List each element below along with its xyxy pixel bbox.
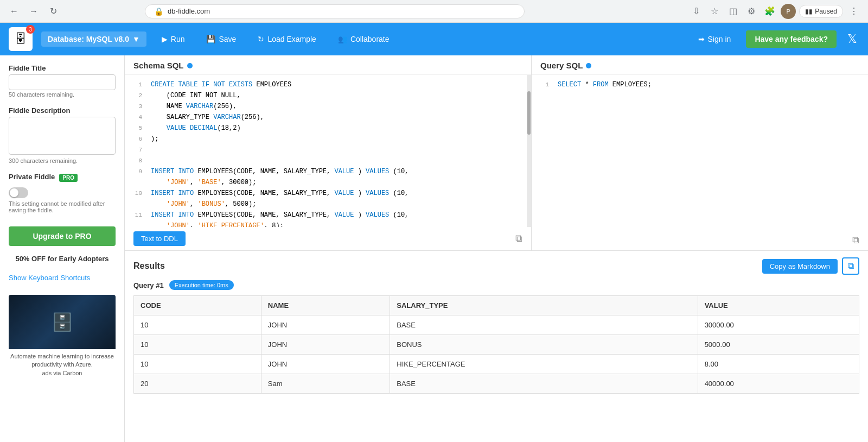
results-table-head: CODE NAME SALARY_TYPE VALUE [134, 296, 859, 315]
lock-icon: 🔒 [154, 7, 163, 16]
copy-markdown-button[interactable]: Copy as Markdown [762, 259, 838, 274]
chevron-down-icon: ▼ [132, 35, 140, 43]
save-button[interactable]: 💾 Save [200, 31, 242, 47]
twitter-button[interactable]: 𝕏 [845, 30, 859, 48]
main-layout: Fiddle Title 50 characters remaining. Fi… [0, 55, 868, 442]
query-panel-title: Query SQL [540, 61, 583, 70]
fiddle-desc-input[interactable] [9, 117, 116, 155]
col-name: NAME [261, 296, 390, 315]
db-selector-button[interactable]: Database: MySQL v8.0 ▼ [41, 31, 146, 47]
private-fiddle-section: Private Fiddle PRO This setting cannot b… [9, 173, 116, 213]
load-example-label: Load Example [267, 35, 316, 43]
sign-in-button[interactable]: ➡ Sign in [692, 31, 738, 47]
star-icon[interactable]: ☆ [707, 4, 722, 19]
download-icon[interactable]: ⇩ [688, 4, 704, 19]
schema-panel-footer: Text to DDL ⧉ [125, 227, 531, 250]
upgrade-button[interactable]: Upgrade to PRO [9, 226, 116, 246]
discount-text: 50% OFF for Early Adopters [9, 255, 116, 263]
collaborate-label: Collaborate [350, 35, 390, 43]
fiddle-title-chars: 50 characters remaining. [9, 91, 116, 98]
code-line-9: 9 INSERT INTO EMPLOYEES(CODE, NAME, SALA… [125, 166, 531, 177]
cell-r2-c2: HIKE_PERCENTAGE [390, 355, 698, 374]
ad-via: ads via Carbon [42, 370, 82, 376]
keyboard-shortcuts-link[interactable]: Show Keyboard Shortcuts [9, 274, 116, 282]
code-line-11: 11 INSERT INTO EMPLOYEES(CODE, NAME, SAL… [125, 210, 531, 220]
upgrade-label: Upgrade to PRO [33, 232, 91, 241]
col-value: VALUE [698, 296, 859, 315]
schema-scrollbar-thumb [527, 91, 531, 135]
schema-panel-header: Schema SQL [125, 55, 531, 75]
browser-chrome: ← → ↻ 🔒 db-fiddle.com ⇩ ☆ ◫ ⚙ 🧩 P ▮▮ Pau… [0, 0, 868, 23]
schema-expand-button[interactable]: ⧉ [515, 233, 522, 244]
db-selector-label: Database: MySQL v8.0 [48, 35, 129, 43]
sign-in-icon: ➡ [698, 35, 705, 43]
query-line-1: 1 SELECT * FROM EMPLOYEES; [532, 79, 868, 90]
code-line-3: 3 NAME VARCHAR(256), [125, 101, 531, 112]
fiddle-title-input[interactable] [9, 74, 116, 90]
puzzle-icon[interactable]: 🧩 [762, 4, 777, 19]
logo-icon: 🗄 [15, 32, 27, 46]
load-example-button[interactable]: ↻ Load Example [251, 31, 323, 47]
cell-r0-c0: 10 [134, 315, 261, 335]
code-line-10: 10 INSERT INTO EMPLOYEES(CODE, NAME, SAL… [125, 188, 531, 199]
collaborate-button[interactable]: 👥 Collaborate [331, 31, 396, 47]
schema-scrollbar[interactable] [527, 75, 531, 227]
code-line-8: 8 [125, 155, 531, 166]
fiddle-title-label: Fiddle Title [9, 64, 116, 72]
logo-badge: 3 [26, 25, 35, 34]
private-toggle[interactable] [9, 187, 28, 198]
cell-r0-c1: JOHN [261, 315, 390, 335]
load-icon: ↻ [258, 35, 264, 43]
back-button[interactable]: ← [7, 4, 22, 19]
profile-avatar[interactable]: P [781, 4, 796, 19]
expand-results-button[interactable]: ⧉ [842, 257, 859, 275]
paused-label: Paused [815, 8, 837, 15]
query-expand-button[interactable]: ⧉ [852, 235, 859, 246]
results-title: Results [133, 261, 165, 271]
cell-r2-c0: 10 [134, 355, 261, 374]
col-code: CODE [134, 296, 261, 315]
extension-icon[interactable]: ⚙ [744, 4, 759, 19]
forward-button[interactable]: → [26, 4, 41, 19]
cell-r1-c0: 10 [134, 335, 261, 355]
save-icon: 💾 [206, 35, 215, 43]
query-editor[interactable]: 1 SELECT * FROM EMPLOYEES; [532, 75, 868, 230]
paused-button[interactable]: ▮▮ Paused [799, 5, 843, 18]
ad-container: 🗄️ Automate machine learning to increase… [9, 295, 116, 377]
results-table-body: 10JOHNBASE30000.0010JOHNBONUS5000.0010JO… [134, 315, 859, 394]
content-area: Schema SQL 1 CREATE TABLE IF NOT EXISTS … [125, 55, 868, 442]
code-line-9b: 'JOHN', 'BASE', 30000); [125, 177, 531, 188]
ad-description: Automate machine learning to increase pr… [10, 353, 114, 368]
cell-r2-c3: 8.00 [698, 355, 859, 374]
exec-time-badge: Execution time: 0ms [169, 280, 234, 290]
pro-badge: PRO [59, 174, 78, 182]
run-button[interactable]: ▶ Run [155, 31, 192, 47]
code-line-11b: 'JOHN', 'HIKE_PERCENTAGE', 8); [125, 220, 531, 227]
fiddle-desc-chars: 300 characters remaining. [9, 157, 116, 164]
toggle-knob [10, 188, 18, 197]
cell-r0-c2: BASE [390, 315, 698, 335]
ad-text: Automate machine learning to increase pr… [9, 352, 116, 377]
cell-r0-c3: 30000.00 [698, 315, 859, 335]
cell-r3-c3: 40000.00 [698, 374, 859, 394]
cell-r3-c0: 20 [134, 374, 261, 394]
ad-graphic-icon: 🗄️ [52, 312, 73, 332]
private-fiddle-row: Private Fiddle PRO [9, 173, 116, 183]
col-salary-type: SALARY_TYPE [390, 296, 698, 315]
paused-icon: ▮▮ [805, 8, 813, 15]
table-row: 20SamBASE40000.00 [134, 374, 859, 394]
ad-image: 🗄️ [9, 295, 116, 349]
code-line-7: 7 [125, 144, 531, 155]
address-bar[interactable]: 🔒 db-fiddle.com [145, 4, 525, 18]
code-line-5: 5 VALUE DECIMAL(18,2) [125, 123, 531, 134]
cast-icon[interactable]: ◫ [725, 4, 741, 19]
sidebar: Fiddle Title 50 characters remaining. Fi… [0, 55, 125, 442]
feedback-button[interactable]: Have any feedback? [746, 30, 837, 48]
refresh-button[interactable]: ↻ [46, 4, 61, 19]
results-actions: Copy as Markdown ⧉ [762, 257, 859, 275]
menu-icon[interactable]: ⋮ [846, 4, 861, 19]
text-to-ddl-button[interactable]: Text to DDL [133, 231, 186, 246]
text-ddl-label: Text to DDL [141, 235, 178, 243]
query-label: Query #1 [133, 281, 164, 289]
schema-editor[interactable]: 1 CREATE TABLE IF NOT EXISTS EMPLOYEES 2… [125, 75, 531, 227]
